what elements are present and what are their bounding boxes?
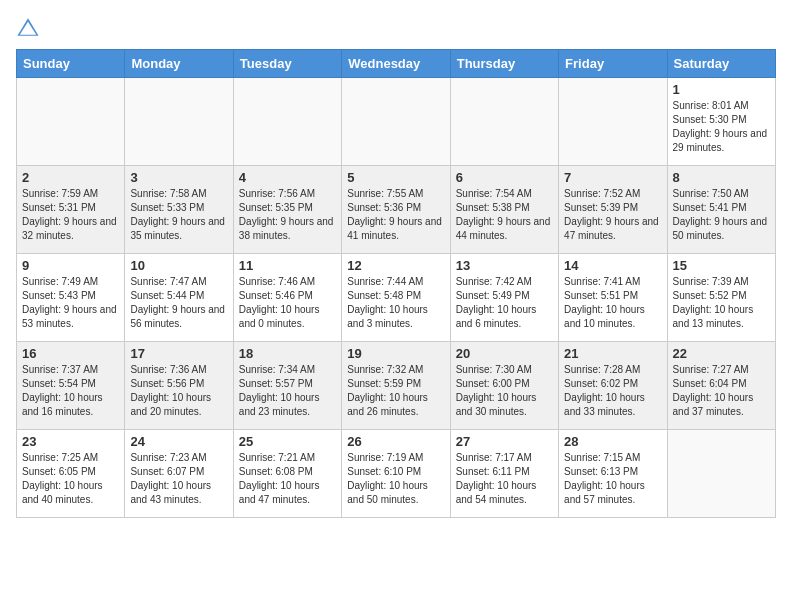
day-number: 22 [673, 346, 770, 361]
day-info: Sunrise: 7:59 AM Sunset: 5:31 PM Dayligh… [22, 187, 119, 243]
day-info: Sunrise: 7:58 AM Sunset: 5:33 PM Dayligh… [130, 187, 227, 243]
day-number: 16 [22, 346, 119, 361]
calendar-cell: 27Sunrise: 7:17 AM Sunset: 6:11 PM Dayli… [450, 430, 558, 518]
day-info: Sunrise: 7:47 AM Sunset: 5:44 PM Dayligh… [130, 275, 227, 331]
calendar-cell [125, 78, 233, 166]
day-info: Sunrise: 7:32 AM Sunset: 5:59 PM Dayligh… [347, 363, 444, 419]
calendar-cell: 13Sunrise: 7:42 AM Sunset: 5:49 PM Dayli… [450, 254, 558, 342]
day-info: Sunrise: 7:17 AM Sunset: 6:11 PM Dayligh… [456, 451, 553, 507]
day-info: Sunrise: 7:27 AM Sunset: 6:04 PM Dayligh… [673, 363, 770, 419]
calendar-cell: 18Sunrise: 7:34 AM Sunset: 5:57 PM Dayli… [233, 342, 341, 430]
calendar-cell: 11Sunrise: 7:46 AM Sunset: 5:46 PM Dayli… [233, 254, 341, 342]
calendar-cell: 10Sunrise: 7:47 AM Sunset: 5:44 PM Dayli… [125, 254, 233, 342]
logo-icon [16, 17, 40, 37]
day-info: Sunrise: 7:42 AM Sunset: 5:49 PM Dayligh… [456, 275, 553, 331]
calendar-cell: 14Sunrise: 7:41 AM Sunset: 5:51 PM Dayli… [559, 254, 667, 342]
day-info: Sunrise: 7:54 AM Sunset: 5:38 PM Dayligh… [456, 187, 553, 243]
calendar-cell: 23Sunrise: 7:25 AM Sunset: 6:05 PM Dayli… [17, 430, 125, 518]
calendar-cell: 20Sunrise: 7:30 AM Sunset: 6:00 PM Dayli… [450, 342, 558, 430]
logo [16, 16, 44, 37]
day-info: Sunrise: 7:25 AM Sunset: 6:05 PM Dayligh… [22, 451, 119, 507]
weekday-header: Tuesday [233, 50, 341, 78]
day-number: 3 [130, 170, 227, 185]
day-info: Sunrise: 7:44 AM Sunset: 5:48 PM Dayligh… [347, 275, 444, 331]
day-info: Sunrise: 7:37 AM Sunset: 5:54 PM Dayligh… [22, 363, 119, 419]
day-info: Sunrise: 7:28 AM Sunset: 6:02 PM Dayligh… [564, 363, 661, 419]
day-info: Sunrise: 7:23 AM Sunset: 6:07 PM Dayligh… [130, 451, 227, 507]
day-info: Sunrise: 7:34 AM Sunset: 5:57 PM Dayligh… [239, 363, 336, 419]
day-info: Sunrise: 7:36 AM Sunset: 5:56 PM Dayligh… [130, 363, 227, 419]
day-number: 21 [564, 346, 661, 361]
calendar-cell [450, 78, 558, 166]
day-info: Sunrise: 7:15 AM Sunset: 6:13 PM Dayligh… [564, 451, 661, 507]
calendar-cell: 24Sunrise: 7:23 AM Sunset: 6:07 PM Dayli… [125, 430, 233, 518]
calendar-cell: 22Sunrise: 7:27 AM Sunset: 6:04 PM Dayli… [667, 342, 775, 430]
weekday-header: Wednesday [342, 50, 450, 78]
day-number: 6 [456, 170, 553, 185]
calendar-cell [559, 78, 667, 166]
day-number: 23 [22, 434, 119, 449]
weekday-header: Saturday [667, 50, 775, 78]
calendar-cell: 5Sunrise: 7:55 AM Sunset: 5:36 PM Daylig… [342, 166, 450, 254]
day-number: 4 [239, 170, 336, 185]
calendar-cell: 4Sunrise: 7:56 AM Sunset: 5:35 PM Daylig… [233, 166, 341, 254]
day-info: Sunrise: 7:41 AM Sunset: 5:51 PM Dayligh… [564, 275, 661, 331]
day-number: 13 [456, 258, 553, 273]
calendar-cell [233, 78, 341, 166]
calendar-table: SundayMondayTuesdayWednesdayThursdayFrid… [16, 49, 776, 518]
calendar-cell: 15Sunrise: 7:39 AM Sunset: 5:52 PM Dayli… [667, 254, 775, 342]
day-info: Sunrise: 7:55 AM Sunset: 5:36 PM Dayligh… [347, 187, 444, 243]
day-number: 24 [130, 434, 227, 449]
day-info: Sunrise: 7:30 AM Sunset: 6:00 PM Dayligh… [456, 363, 553, 419]
calendar-cell: 7Sunrise: 7:52 AM Sunset: 5:39 PM Daylig… [559, 166, 667, 254]
day-info: Sunrise: 7:19 AM Sunset: 6:10 PM Dayligh… [347, 451, 444, 507]
day-number: 1 [673, 82, 770, 97]
calendar-cell: 1Sunrise: 8:01 AM Sunset: 5:30 PM Daylig… [667, 78, 775, 166]
calendar-cell: 8Sunrise: 7:50 AM Sunset: 5:41 PM Daylig… [667, 166, 775, 254]
calendar-cell: 2Sunrise: 7:59 AM Sunset: 5:31 PM Daylig… [17, 166, 125, 254]
weekday-header: Sunday [17, 50, 125, 78]
day-info: Sunrise: 7:46 AM Sunset: 5:46 PM Dayligh… [239, 275, 336, 331]
page-header [16, 16, 776, 37]
day-number: 28 [564, 434, 661, 449]
day-info: Sunrise: 7:50 AM Sunset: 5:41 PM Dayligh… [673, 187, 770, 243]
calendar-cell [342, 78, 450, 166]
day-number: 14 [564, 258, 661, 273]
calendar-cell: 3Sunrise: 7:58 AM Sunset: 5:33 PM Daylig… [125, 166, 233, 254]
calendar-cell [667, 430, 775, 518]
calendar-cell: 12Sunrise: 7:44 AM Sunset: 5:48 PM Dayli… [342, 254, 450, 342]
day-info: Sunrise: 7:49 AM Sunset: 5:43 PM Dayligh… [22, 275, 119, 331]
calendar-cell: 28Sunrise: 7:15 AM Sunset: 6:13 PM Dayli… [559, 430, 667, 518]
calendar-cell: 17Sunrise: 7:36 AM Sunset: 5:56 PM Dayli… [125, 342, 233, 430]
calendar-cell: 6Sunrise: 7:54 AM Sunset: 5:38 PM Daylig… [450, 166, 558, 254]
day-number: 19 [347, 346, 444, 361]
day-info: Sunrise: 8:01 AM Sunset: 5:30 PM Dayligh… [673, 99, 770, 155]
day-number: 9 [22, 258, 119, 273]
day-info: Sunrise: 7:39 AM Sunset: 5:52 PM Dayligh… [673, 275, 770, 331]
day-number: 10 [130, 258, 227, 273]
day-number: 20 [456, 346, 553, 361]
calendar-cell: 9Sunrise: 7:49 AM Sunset: 5:43 PM Daylig… [17, 254, 125, 342]
day-number: 7 [564, 170, 661, 185]
weekday-header: Monday [125, 50, 233, 78]
weekday-header: Friday [559, 50, 667, 78]
day-number: 18 [239, 346, 336, 361]
day-number: 15 [673, 258, 770, 273]
calendar-cell: 19Sunrise: 7:32 AM Sunset: 5:59 PM Dayli… [342, 342, 450, 430]
calendar-cell: 26Sunrise: 7:19 AM Sunset: 6:10 PM Dayli… [342, 430, 450, 518]
day-number: 17 [130, 346, 227, 361]
day-number: 27 [456, 434, 553, 449]
calendar-cell: 21Sunrise: 7:28 AM Sunset: 6:02 PM Dayli… [559, 342, 667, 430]
day-number: 11 [239, 258, 336, 273]
day-number: 25 [239, 434, 336, 449]
day-number: 12 [347, 258, 444, 273]
day-info: Sunrise: 7:56 AM Sunset: 5:35 PM Dayligh… [239, 187, 336, 243]
day-number: 8 [673, 170, 770, 185]
weekday-header: Thursday [450, 50, 558, 78]
calendar-cell: 25Sunrise: 7:21 AM Sunset: 6:08 PM Dayli… [233, 430, 341, 518]
day-number: 2 [22, 170, 119, 185]
day-info: Sunrise: 7:52 AM Sunset: 5:39 PM Dayligh… [564, 187, 661, 243]
day-info: Sunrise: 7:21 AM Sunset: 6:08 PM Dayligh… [239, 451, 336, 507]
day-number: 5 [347, 170, 444, 185]
day-number: 26 [347, 434, 444, 449]
